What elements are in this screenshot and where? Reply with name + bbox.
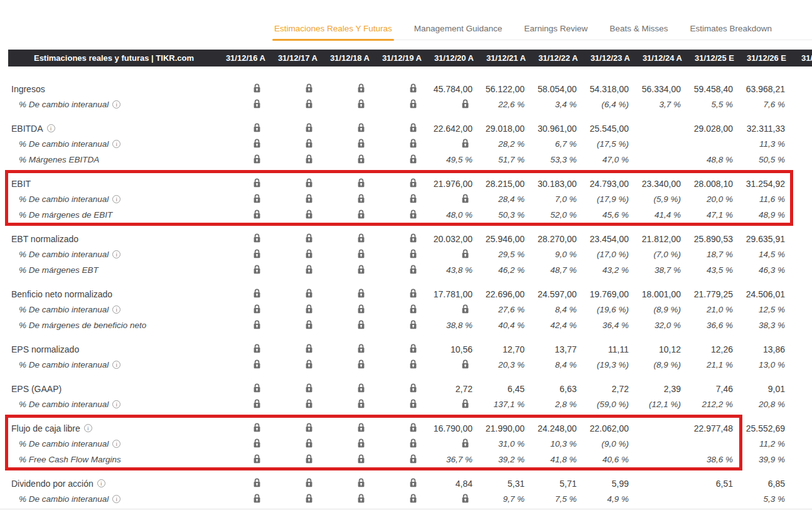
row-label-text: % De cambio interanual bbox=[19, 100, 109, 109]
lock-icon bbox=[253, 383, 261, 393]
info-icon[interactable]: i bbox=[112, 400, 120, 408]
locked-cell bbox=[220, 438, 272, 450]
value-cell: 21,0 % bbox=[688, 305, 740, 314]
value-cell: (17,5 %) bbox=[584, 139, 636, 149]
value-cell: 5,5 % bbox=[688, 100, 740, 109]
value-cell: 21,1 % bbox=[688, 360, 740, 369]
row-label-text: % De cambio interanual bbox=[19, 400, 109, 409]
locked-cell bbox=[376, 438, 428, 450]
locked-cell bbox=[220, 99, 272, 110]
value-cell: 11,11 bbox=[584, 344, 636, 354]
locked-cell bbox=[376, 249, 428, 260]
lock-icon bbox=[461, 359, 469, 369]
lock-icon bbox=[305, 83, 313, 93]
info-icon[interactable]: i bbox=[112, 305, 120, 314]
info-icon[interactable]: i bbox=[112, 440, 120, 448]
locked-cell bbox=[376, 454, 428, 465]
value-cell: 32.311,33 bbox=[740, 124, 793, 134]
locked-cell bbox=[220, 123, 272, 134]
lock-icon bbox=[409, 320, 417, 329]
lock-icon bbox=[305, 304, 313, 314]
value-cell: 21.779,25 bbox=[688, 289, 740, 299]
value-cell: 29,5 % bbox=[480, 250, 532, 259]
info-icon[interactable]: i bbox=[112, 361, 120, 369]
value-cell: 39,2 % bbox=[480, 455, 532, 464]
lock-icon bbox=[305, 194, 313, 203]
value-cell: (8,9 %) bbox=[636, 360, 688, 369]
value-cell: 4,84 bbox=[428, 479, 480, 489]
value-cell: 28.008,10 bbox=[688, 179, 740, 189]
row-label: % De márgenes de EBIT bbox=[0, 210, 220, 220]
row-label: EBT normalizado bbox=[0, 234, 220, 244]
locked-cell bbox=[220, 210, 272, 221]
info-icon[interactable]: i bbox=[97, 479, 105, 487]
value-cell: 21.812,00 bbox=[636, 234, 688, 244]
value-cell: 10,3 % bbox=[532, 439, 584, 449]
tab-management-guidance[interactable]: Management Guidance bbox=[414, 17, 502, 40]
lock-icon bbox=[357, 344, 365, 353]
info-icon[interactable]: i bbox=[112, 100, 120, 109]
value-cell: (7,0 %) bbox=[636, 250, 688, 259]
locked-cell bbox=[272, 123, 324, 134]
locked-cell bbox=[376, 494, 428, 505]
column-header: 31/12/24 A bbox=[636, 53, 688, 63]
locked-cell bbox=[324, 99, 376, 110]
lock-icon bbox=[253, 438, 261, 448]
metric-row: % De cambio interanuali9,7 %7,5 %4,9 %5,… bbox=[0, 491, 812, 507]
lock-icon bbox=[409, 123, 417, 132]
value-cell: 7,6 % bbox=[740, 100, 793, 109]
tab-estimates-breakdown[interactable]: Estimates Breakdown bbox=[690, 17, 772, 40]
tab-estimaciones-reales-y-futuras[interactable]: Estimaciones Reales Y Futuras bbox=[274, 17, 392, 40]
value-cell: 53,3 % bbox=[532, 155, 584, 164]
lock-icon bbox=[305, 344, 313, 353]
row-label-text: EBIT bbox=[11, 179, 31, 189]
value-cell: (12,1 %) bbox=[636, 400, 688, 409]
column-header-stub: 31/12/ bbox=[793, 53, 812, 63]
value-cell: 7,5 % bbox=[532, 494, 584, 504]
value-cell: 21.990,00 bbox=[480, 423, 532, 433]
value-cell: (17,9 %) bbox=[584, 194, 636, 204]
metric-row: % De cambio interanuali27,6 %8,4 %(19,6 … bbox=[0, 302, 812, 317]
info-icon[interactable]: i bbox=[112, 195, 120, 203]
value-cell: 52,0 % bbox=[532, 210, 584, 220]
value-cell: 56.122,00 bbox=[480, 84, 532, 94]
locked-cell bbox=[220, 249, 272, 260]
tab-beats-misses[interactable]: Beats & Misses bbox=[609, 17, 668, 40]
locked-cell bbox=[376, 423, 428, 434]
value-cell: 47,0 % bbox=[584, 155, 636, 164]
lock-icon bbox=[305, 178, 313, 188]
lock-icon bbox=[409, 304, 417, 314]
locked-cell bbox=[324, 194, 376, 205]
info-icon[interactable]: i bbox=[47, 124, 55, 132]
metric-row: EBT normalizado20.032,0025.946,0028.270,… bbox=[0, 231, 812, 247]
value-cell: 48,0 % bbox=[428, 210, 480, 220]
value-cell: 9,0 % bbox=[532, 250, 584, 259]
info-icon[interactable]: i bbox=[112, 140, 120, 148]
locked-cell bbox=[272, 178, 324, 189]
value-cell: 36,7 % bbox=[428, 455, 480, 464]
metric-row: % Free Cash Flow Margins36,7 %39,2 %41,8… bbox=[0, 452, 812, 467]
lock-icon bbox=[357, 304, 365, 314]
value-cell: 20,3 % bbox=[480, 360, 532, 369]
locked-cell bbox=[376, 178, 428, 189]
info-icon[interactable]: i bbox=[84, 424, 92, 432]
row-label: % De cambio interanuali bbox=[0, 494, 220, 504]
tab-earnings-review[interactable]: Earnings Review bbox=[524, 17, 587, 40]
locked-cell bbox=[428, 249, 480, 260]
lock-icon bbox=[253, 344, 261, 353]
lock-icon bbox=[409, 423, 417, 432]
value-cell: 14,5 % bbox=[740, 250, 793, 259]
info-icon[interactable]: i bbox=[112, 495, 120, 503]
lock-icon bbox=[305, 423, 313, 432]
locked-cell bbox=[220, 304, 272, 316]
locked-cell bbox=[324, 249, 376, 260]
info-icon[interactable]: i bbox=[112, 250, 120, 258]
value-cell: 25.946,00 bbox=[480, 234, 532, 244]
row-label: Benficio neto normalizado bbox=[0, 289, 220, 299]
lock-icon bbox=[461, 99, 469, 109]
metric-row: EBITDAi22.642,0029.018,0030.961,0025.545… bbox=[0, 120, 812, 136]
metric-row: Dividendo por accióni4,845,315,715,996,5… bbox=[0, 475, 812, 491]
row-label-text: % De cambio interanual bbox=[19, 360, 109, 369]
locked-cell bbox=[376, 265, 428, 276]
value-cell: 22.062,00 bbox=[584, 423, 636, 433]
